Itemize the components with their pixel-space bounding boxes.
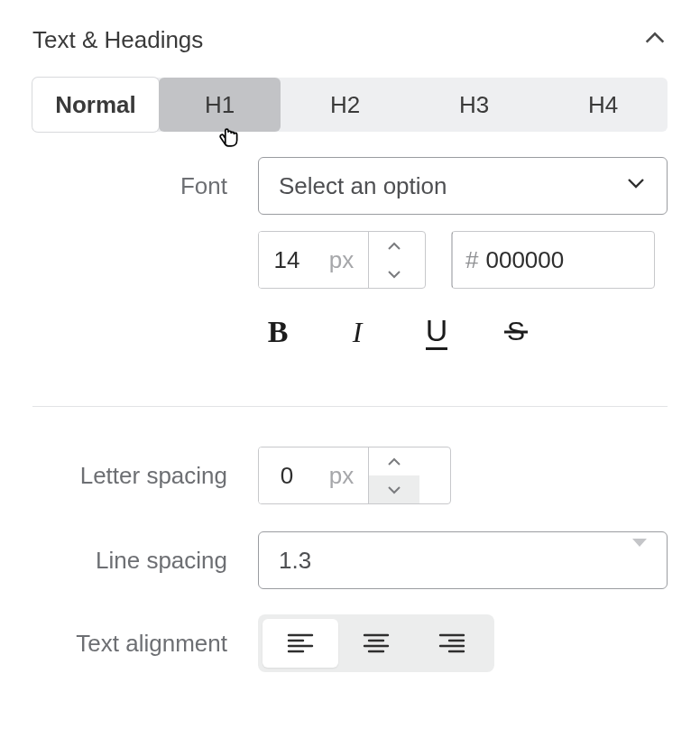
text-alignment-row: Text alignment (32, 614, 668, 672)
chevron-up-icon[interactable] (642, 25, 668, 54)
font-size-stepper (369, 232, 419, 288)
font-row: Font Select an option (32, 157, 668, 215)
line-spacing-label: Line spacing (32, 547, 258, 575)
letter-spacing-increment[interactable] (369, 447, 419, 475)
text-alignment-label: Text alignment (32, 630, 258, 658)
caret-down-icon (632, 547, 647, 575)
font-size-decrement[interactable] (369, 260, 419, 288)
strikethrough-button[interactable]: S (496, 312, 536, 352)
font-size-input[interactable] (259, 232, 315, 288)
color-hex-input[interactable] (484, 245, 655, 275)
font-color-field: # (451, 231, 655, 289)
text-format-row: B I U S (258, 312, 668, 352)
italic-button[interactable]: I (337, 312, 377, 352)
tab-h2[interactable]: H2 (281, 78, 410, 132)
chevron-down-icon (625, 172, 647, 200)
letter-spacing-field: px (258, 447, 451, 504)
letter-spacing-stepper (369, 447, 419, 503)
text-headings-panel: Text & Headings Normal H1 H2 H3 H4 Font … (0, 0, 700, 699)
alignment-button-group (258, 614, 494, 672)
tab-normal[interactable]: Normal (32, 78, 159, 132)
font-size-increment[interactable] (369, 232, 419, 260)
line-spacing-value: 1.3 (279, 547, 311, 575)
pointer-cursor-icon (216, 121, 240, 154)
heading-tab-bar: Normal H1 H2 H3 H4 (32, 78, 668, 132)
font-label: Font (32, 172, 258, 200)
font-size-color-row: px # (258, 231, 668, 289)
underline-button[interactable]: U (417, 312, 456, 352)
bold-button[interactable]: B (258, 312, 298, 352)
tab-h1[interactable]: H1 (159, 78, 281, 132)
section-title: Text & Headings (32, 26, 203, 54)
section-header[interactable]: Text & Headings (32, 0, 668, 78)
letter-spacing-row: Letter spacing px (32, 447, 668, 504)
letter-spacing-label: Letter spacing (32, 462, 258, 490)
align-right-button[interactable] (414, 619, 490, 668)
letter-spacing-input[interactable] (259, 447, 315, 503)
line-spacing-select[interactable]: 1.3 (258, 531, 668, 589)
align-left-button[interactable] (262, 619, 338, 668)
section-divider (32, 406, 668, 407)
font-family-select[interactable]: Select an option (258, 157, 668, 215)
tab-h4[interactable]: H4 (539, 78, 668, 132)
align-center-button[interactable] (338, 619, 414, 668)
hash-symbol: # (453, 246, 484, 274)
letter-spacing-decrement[interactable] (369, 475, 419, 503)
font-size-unit: px (315, 232, 369, 288)
tab-h3[interactable]: H3 (410, 78, 539, 132)
font-select-value: Select an option (279, 172, 447, 200)
font-size-field: px (258, 231, 426, 289)
letter-spacing-unit: px (315, 447, 369, 503)
line-spacing-row: Line spacing 1.3 (32, 531, 668, 589)
